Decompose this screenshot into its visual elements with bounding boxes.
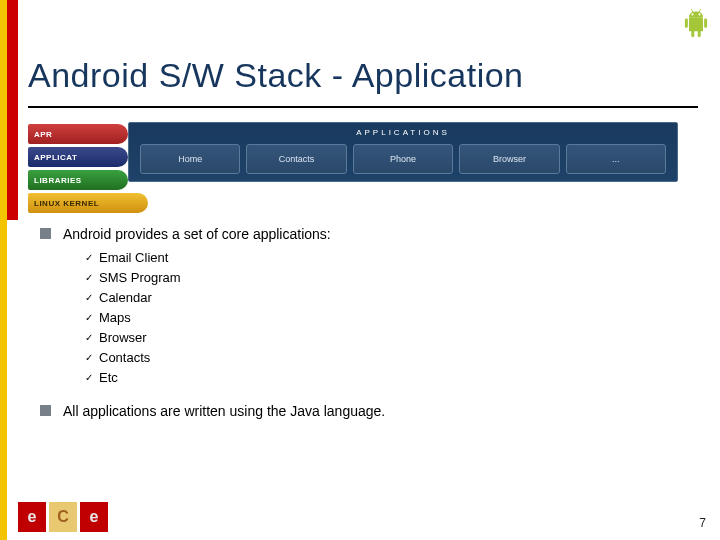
android-icon bbox=[682, 8, 710, 40]
svg-point-2 bbox=[698, 13, 700, 15]
applications-bar-title: APPLICATIONS bbox=[129, 123, 677, 141]
svg-rect-7 bbox=[691, 30, 694, 37]
check-icon: ✓ bbox=[85, 292, 99, 303]
app-button-home: Home bbox=[140, 144, 240, 174]
tab-red: APR bbox=[28, 124, 128, 144]
check-icon: ✓ bbox=[85, 272, 99, 283]
page-number: 7 bbox=[699, 516, 706, 530]
svg-rect-0 bbox=[689, 17, 703, 31]
stripe-red bbox=[7, 0, 18, 220]
check-icon: ✓ bbox=[85, 352, 99, 363]
item-text: Contacts bbox=[99, 350, 150, 365]
list-item: ✓Contacts bbox=[85, 350, 680, 365]
intro-text: Android provides a set of core applicati… bbox=[63, 226, 331, 242]
square-bullet-icon bbox=[40, 405, 51, 416]
slide-title: Android S/W Stack - Application bbox=[28, 56, 524, 95]
item-text: Maps bbox=[99, 310, 131, 325]
logo-letter-e2: e bbox=[80, 502, 108, 532]
check-icon: ✓ bbox=[85, 372, 99, 383]
logo-letter-c: C bbox=[49, 502, 77, 532]
stripe-yellow bbox=[0, 0, 7, 540]
app-button-phone: Phone bbox=[353, 144, 453, 174]
svg-rect-6 bbox=[704, 18, 707, 27]
item-text: SMS Program bbox=[99, 270, 181, 285]
bullet-intro: Android provides a set of core applicati… bbox=[40, 226, 680, 242]
list-item: ✓Etc bbox=[85, 370, 680, 385]
stack-diagram: APR APPLICAT LIBRARIES LINUX KERNEL APPL… bbox=[28, 122, 678, 214]
check-icon: ✓ bbox=[85, 312, 99, 323]
svg-rect-5 bbox=[685, 18, 688, 27]
svg-line-3 bbox=[691, 9, 693, 12]
item-text: Browser bbox=[99, 330, 147, 345]
logo-letter-e1: e bbox=[18, 502, 46, 532]
tab-yellow: LINUX KERNEL bbox=[28, 193, 148, 213]
check-icon: ✓ bbox=[85, 252, 99, 263]
list-item: ✓SMS Program bbox=[85, 270, 680, 285]
item-text: Etc bbox=[99, 370, 118, 385]
item-text: Calendar bbox=[99, 290, 152, 305]
tab-green: LIBRARIES bbox=[28, 170, 128, 190]
applications-bar: APPLICATIONS Home Contacts Phone Browser… bbox=[128, 122, 678, 182]
app-button-contacts: Contacts bbox=[246, 144, 346, 174]
tab-blue: APPLICAT bbox=[28, 147, 128, 167]
list-item: ✓Maps bbox=[85, 310, 680, 325]
svg-rect-8 bbox=[698, 30, 701, 37]
content-area: Android provides a set of core applicati… bbox=[40, 226, 680, 425]
app-button-more: ... bbox=[566, 144, 666, 174]
list-item: ✓Browser bbox=[85, 330, 680, 345]
list-item: ✓Calendar bbox=[85, 290, 680, 305]
list-item: ✓Email Client bbox=[85, 250, 680, 265]
ece-logo: e C e bbox=[18, 502, 108, 532]
svg-point-1 bbox=[691, 13, 693, 15]
svg-line-4 bbox=[699, 9, 701, 12]
core-apps-list: ✓Email Client ✓SMS Program ✓Calendar ✓Ma… bbox=[85, 250, 680, 385]
square-bullet-icon bbox=[40, 228, 51, 239]
bullet-closing: All applications are written using the J… bbox=[40, 403, 680, 419]
check-icon: ✓ bbox=[85, 332, 99, 343]
closing-text: All applications are written using the J… bbox=[63, 403, 385, 419]
title-underline bbox=[28, 106, 698, 108]
item-text: Email Client bbox=[99, 250, 168, 265]
app-button-browser: Browser bbox=[459, 144, 559, 174]
